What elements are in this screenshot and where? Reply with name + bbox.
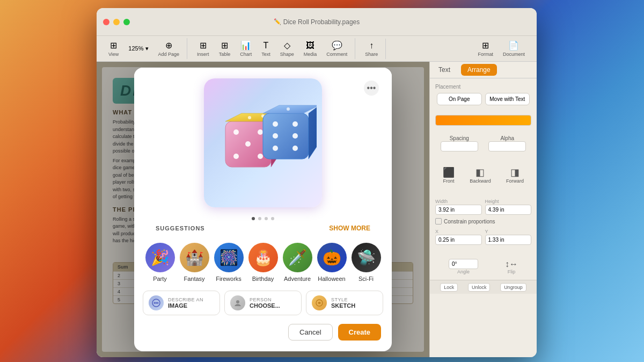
on-page-button[interactable]: On Page <box>437 93 482 105</box>
minimize-button[interactable] <box>113 19 120 25</box>
fantasy-label: Fantasy <box>184 276 204 282</box>
maximize-button[interactable] <box>123 19 130 25</box>
shape-button[interactable]: ◇ Shape <box>276 38 298 59</box>
move-with-text-button[interactable]: Move with Text <box>485 93 530 105</box>
y-input[interactable] <box>485 235 532 245</box>
suggestion-fantasy[interactable]: 🏰 Fantasy <box>180 243 209 282</box>
svg-point-18 <box>156 302 157 304</box>
flip-label: Flip <box>505 269 518 274</box>
text-label: Text <box>261 52 270 57</box>
table-button[interactable]: ⊞ Table <box>215 38 235 59</box>
width-height-row: Width Height <box>435 199 531 215</box>
suggestion-party[interactable]: 🎉 Party <box>145 243 175 282</box>
suggestion-fireworks[interactable]: 🎆 Fireworks <box>214 243 244 282</box>
color-picker-area <box>430 115 537 130</box>
height-input[interactable] <box>485 205 532 215</box>
constrain-checkbox[interactable] <box>435 218 442 225</box>
suggestion-birthday[interactable]: 🎂 Birthday <box>248 243 278 282</box>
svg-point-4 <box>233 154 239 159</box>
fantasy-icon: 🏰 <box>180 243 209 272</box>
scifi-label: Sci-Fi <box>358 276 374 282</box>
create-button[interactable]: Create <box>338 324 381 341</box>
share-button[interactable]: ↑ Share <box>361 39 382 59</box>
toolbar-group-panels: ⊞ Format 📄 Document <box>470 38 532 59</box>
format-button[interactable]: ⊞ Format <box>473 38 497 59</box>
placement-buttons: On Page Move with Text <box>435 93 531 105</box>
backward-label[interactable]: Backward <box>470 178 491 184</box>
tab-arrange[interactable]: Arrange <box>461 64 497 76</box>
describe-image-main: IMAGE <box>168 302 203 309</box>
modal-footer: Cancel Create <box>134 324 392 341</box>
x-input[interactable] <box>435 235 482 245</box>
height-label: Height <box>485 199 532 204</box>
angle-field: Angle <box>449 259 478 274</box>
cancel-button[interactable]: Cancel <box>288 324 332 341</box>
halloween-icon: 🎃 <box>317 243 347 272</box>
document-button[interactable]: 📄 Document <box>499 38 529 59</box>
flip-buttons[interactable]: ↕↔ <box>505 259 518 269</box>
comment-button[interactable]: 💬 Comment <box>322 38 352 59</box>
style-sketch-option[interactable]: STYLE SKETCH <box>306 291 383 315</box>
suggestion-adventure[interactable]: 🗡️ Adventure <box>283 243 312 282</box>
options-row: DESCRIBE AN IMAGE <box>134 291 392 324</box>
dot-3[interactable] <box>265 217 268 220</box>
text-tool-icon: T <box>264 41 269 50</box>
x-field: X <box>435 229 482 245</box>
add-page-button[interactable]: ⊕ Add Page <box>154 38 184 59</box>
alpha-field: Alpha <box>488 135 526 151</box>
spacing-field: Spacing <box>441 135 478 151</box>
more-options-button[interactable]: ••• <box>364 81 379 96</box>
dot-1[interactable] <box>252 217 255 220</box>
insert-button[interactable]: ⊞ Insert <box>193 38 214 59</box>
unlock-button[interactable]: Unlock <box>468 283 491 292</box>
zoom-button[interactable]: 125% ▾ <box>124 43 152 54</box>
svg-point-17 <box>154 302 156 304</box>
person-choose-option[interactable]: PERSON CHOOSE... <box>224 291 302 315</box>
suggestions-header: SUGGESTIONS SHOW MORE <box>134 225 392 243</box>
zoom-icon: 125% ▾ <box>128 45 148 52</box>
forward-label[interactable]: Forward <box>506 178 524 184</box>
front-label[interactable]: Front <box>443 178 455 184</box>
svg-rect-8 <box>263 113 309 159</box>
ungroup-button[interactable]: Ungroup <box>500 283 526 292</box>
modal-image-area: ••• <box>134 68 392 213</box>
media-button[interactable]: 🖼 Media <box>299 39 321 59</box>
suggestion-scifi[interactable]: 🛸 Sci-Fi <box>352 243 381 282</box>
tab-text[interactable]: Text <box>430 62 459 78</box>
share-icon: ↑ <box>369 41 374 50</box>
style-main: SKETCH <box>331 302 355 309</box>
birthday-label: Birthday <box>252 276 274 282</box>
dice-svg <box>209 89 317 197</box>
shape-icon: ◇ <box>284 40 290 50</box>
window-title: ✏️ Dice Roll Probability.pages <box>274 18 360 26</box>
show-more-link[interactable]: SHOW MORE <box>318 225 381 237</box>
width-input[interactable] <box>435 205 482 215</box>
suggestion-halloween[interactable]: 🎃 Halloween <box>317 243 347 282</box>
svg-point-11 <box>273 133 278 139</box>
view-button[interactable]: ⊞ View <box>104 38 123 59</box>
document-area: DICE R WHAT IS PROBABILITY? Probability … <box>97 62 429 357</box>
media-icon: 🖼 <box>306 41 314 50</box>
chart-button[interactable]: 📊 Chart <box>236 38 256 59</box>
table-label: Table <box>219 52 231 57</box>
spacing-input[interactable] <box>441 141 478 151</box>
window-title-text: Dice Roll Probability.pages <box>283 18 360 26</box>
svg-point-5 <box>258 154 263 159</box>
add-page-label: Add Page <box>158 52 180 57</box>
dot-2[interactable] <box>258 217 261 220</box>
angle-input[interactable] <box>449 259 478 269</box>
svg-point-9 <box>273 121 278 127</box>
comment-label: Comment <box>326 52 347 57</box>
svg-point-20 <box>236 300 239 303</box>
insert-icon: ⊞ <box>200 40 207 50</box>
text-button[interactable]: T Text <box>257 39 275 59</box>
describe-image-option[interactable]: DESCRIBE AN IMAGE <box>143 291 220 315</box>
spacing-alpha-section: Spacing Alpha <box>430 130 537 161</box>
alpha-input[interactable] <box>488 141 526 151</box>
close-button[interactable] <box>103 19 109 25</box>
lock-button[interactable]: Lock <box>440 283 458 292</box>
svg-point-14 <box>292 146 298 151</box>
format-icon: ⊞ <box>482 40 489 50</box>
dot-4[interactable] <box>271 217 274 220</box>
width-field: Width <box>435 199 482 215</box>
